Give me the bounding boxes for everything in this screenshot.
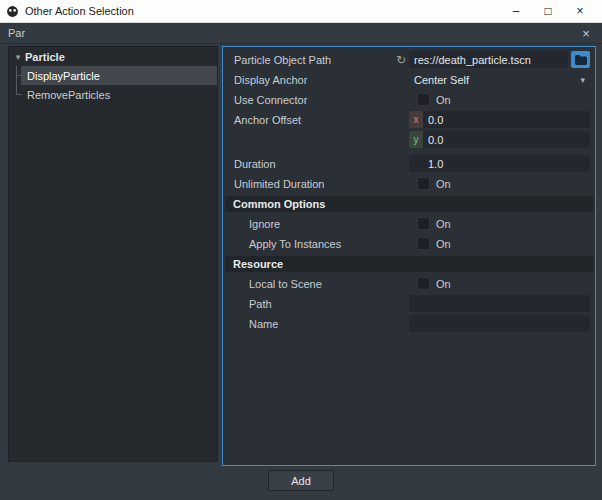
property-label: Apply To Instances bbox=[225, 238, 409, 250]
row-use-connector: Use Connector On bbox=[225, 90, 593, 109]
checkbox-label: On bbox=[436, 178, 451, 190]
chevron-down-icon: ▾ bbox=[580, 75, 585, 85]
tree-guide bbox=[16, 94, 22, 95]
property-label: Duration bbox=[225, 158, 409, 170]
close-button[interactable]: × bbox=[564, 0, 596, 22]
row-particle-object-path: Particle Object Path ↻ res://death_parti… bbox=[225, 50, 593, 69]
local-to-scene-checkbox[interactable] bbox=[417, 277, 430, 290]
checkbox-label: On bbox=[436, 278, 451, 290]
titlebar: Other Action Selection – □ × bbox=[0, 0, 602, 23]
display-anchor-dropdown[interactable]: Center Self ▾ bbox=[409, 71, 590, 88]
window-title: Other Action Selection bbox=[25, 5, 134, 17]
add-button[interactable]: Add bbox=[268, 470, 334, 491]
axis-y-badge: y bbox=[409, 131, 423, 148]
duration-field[interactable]: 1.0 bbox=[409, 155, 590, 172]
row-anchor-offset-y: y 0.0 bbox=[225, 130, 593, 149]
unlimited-duration-checkbox[interactable] bbox=[417, 177, 430, 190]
maximize-button[interactable]: □ bbox=[532, 0, 564, 22]
section-common-options: Common Options bbox=[225, 196, 593, 212]
property-label: Name bbox=[225, 318, 409, 330]
row-name: Name bbox=[225, 314, 593, 333]
property-label: Unlimited Duration bbox=[225, 178, 409, 190]
tree-item-removeparticles[interactable]: RemoveParticles bbox=[21, 85, 217, 104]
minimize-button[interactable]: – bbox=[500, 0, 532, 22]
tree-guide bbox=[16, 66, 17, 95]
checkbox-label: On bbox=[436, 218, 451, 230]
property-label: Local to Scene bbox=[225, 278, 409, 290]
row-duration: Duration 1.0 bbox=[225, 154, 593, 173]
property-inspector: Particle Object Path ↻ res://death_parti… bbox=[222, 46, 596, 466]
particle-object-path-field[interactable]: res://death_particle.tscn bbox=[409, 51, 568, 68]
tree-root-label: Particle bbox=[25, 51, 65, 63]
subheader-title: Par bbox=[8, 27, 25, 39]
tree-item-displayparticle[interactable]: DisplayParticle bbox=[21, 66, 217, 85]
row-anchor-offset-x: Anchor Offset x 0.0 bbox=[225, 110, 593, 129]
row-ignore: Ignore On bbox=[225, 214, 593, 233]
browse-file-button[interactable] bbox=[571, 51, 590, 68]
app-icon bbox=[6, 4, 20, 18]
dialog-close-icon[interactable]: × bbox=[578, 26, 594, 41]
row-unlimited-duration: Unlimited Duration On bbox=[225, 174, 593, 193]
tree-root-particle[interactable]: ▾ Particle bbox=[9, 47, 217, 66]
property-label: Display Anchor bbox=[225, 74, 409, 86]
anchor-offset-y-field[interactable]: 0.0 bbox=[423, 131, 590, 148]
property-label: Particle Object Path bbox=[234, 54, 331, 66]
apply-to-instances-checkbox[interactable] bbox=[417, 237, 430, 250]
property-label: Ignore bbox=[225, 218, 409, 230]
name-field[interactable] bbox=[409, 315, 590, 332]
anchor-offset-x-field[interactable]: 0.0 bbox=[423, 111, 590, 128]
ignore-checkbox[interactable] bbox=[417, 217, 430, 230]
row-local-to-scene: Local to Scene On bbox=[225, 274, 593, 293]
window-controls: – □ × bbox=[500, 0, 596, 22]
row-display-anchor: Display Anchor Center Self ▾ bbox=[225, 70, 593, 89]
reset-icon[interactable]: ↻ bbox=[396, 53, 406, 67]
tree-guide bbox=[16, 75, 22, 76]
section-resource: Resource bbox=[225, 256, 593, 272]
action-tree-panel: ▾ Particle DisplayParticle RemoveParticl… bbox=[8, 46, 218, 462]
row-apply-to-instances: Apply To Instances On bbox=[225, 234, 593, 253]
row-path: Path bbox=[225, 294, 593, 313]
checkbox-label: On bbox=[436, 238, 451, 250]
dropdown-value: Center Self bbox=[414, 74, 469, 86]
tree-item-label: RemoveParticles bbox=[27, 89, 110, 101]
checkbox-label: On bbox=[436, 94, 451, 106]
dialog-subheader: Par × bbox=[0, 23, 602, 44]
property-label: Anchor Offset bbox=[225, 114, 409, 126]
collapse-arrow-icon[interactable]: ▾ bbox=[12, 52, 24, 62]
folder-icon bbox=[575, 55, 587, 65]
axis-x-badge: x bbox=[409, 111, 423, 128]
path-field[interactable] bbox=[409, 295, 590, 312]
tree-item-label: DisplayParticle bbox=[27, 70, 100, 82]
property-label: Use Connector bbox=[225, 94, 409, 106]
use-connector-checkbox[interactable] bbox=[417, 93, 430, 106]
property-label: Path bbox=[225, 298, 409, 310]
